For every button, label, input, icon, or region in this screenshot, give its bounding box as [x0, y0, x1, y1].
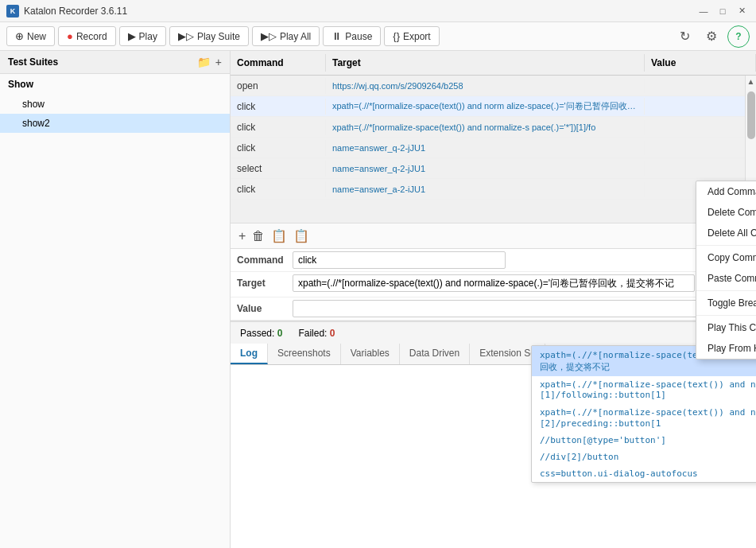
- context-delete-command-label: Delete Command: [708, 207, 756, 218]
- settings-button[interactable]: ⚙: [700, 25, 723, 48]
- context-add-command-label: Add Command: [708, 186, 756, 197]
- context-delete-all-label: Delete All Commands: [708, 227, 756, 239]
- tab-log[interactable]: Log: [231, 344, 268, 364]
- table-row[interactable]: click xpath=(.//*[normalize-space(text()…: [231, 96, 756, 117]
- cell-target: name=answer_a-2-iJU1: [326, 182, 645, 196]
- add-suite-button[interactable]: +: [215, 56, 222, 68]
- scroll-thumb[interactable]: [747, 91, 755, 139]
- maximize-button[interactable]: □: [715, 3, 731, 19]
- record-icon: ●: [67, 30, 73, 42]
- context-menu-divider-3: [696, 315, 756, 316]
- context-menu: Add Command Ctrl+I Delete Command Delete…: [696, 181, 756, 360]
- sidebar-group-show[interactable]: Show ⋮: [0, 74, 230, 95]
- failed-status: Failed: 0: [298, 328, 335, 339]
- context-paste-command[interactable]: Paste Command Ctrl+V: [696, 268, 756, 289]
- cell-target: https://wj.qq.com/s/2909264/b258: [326, 79, 645, 93]
- value-input[interactable]: [293, 300, 750, 317]
- play-all-button[interactable]: ▶▷ Play All: [252, 26, 320, 46]
- cell-command: open: [231, 78, 326, 94]
- context-add-command[interactable]: Add Command Ctrl+I: [696, 181, 756, 202]
- add-folder-button[interactable]: 📁: [197, 56, 211, 68]
- editor-value-row: Value: [231, 297, 756, 321]
- sidebar-group-label: Show: [8, 79, 33, 90]
- target-input[interactable]: [293, 274, 695, 292]
- cell-value: [645, 104, 756, 109]
- context-play-this-command[interactable]: Play This Command: [696, 317, 756, 338]
- context-toggle-breakpoint[interactable]: Toggle Breakpoint Ctrl+B: [696, 293, 756, 313]
- cell-command: select: [231, 161, 326, 177]
- autocomplete-item[interactable]: //button[@type='button']: [532, 432, 756, 449]
- failed-label: Failed:: [298, 328, 327, 339]
- tab-data-driven[interactable]: Data Driven: [400, 344, 470, 364]
- context-play-from-here[interactable]: Play From Here: [696, 338, 756, 359]
- new-button[interactable]: ⊕ New: [6, 26, 55, 46]
- app-icon: K: [6, 5, 19, 17]
- main-layout: Test Suites 📁 + Show ⋮ show show2 Comman…: [0, 51, 756, 548]
- editor-target-row: Target 🔍 ⊕: [231, 272, 756, 297]
- context-copy-command[interactable]: Copy Command Ctrl+C: [696, 247, 756, 268]
- cell-target: name=answer_q-2-jJU1: [326, 161, 645, 176]
- context-delete-all-commands[interactable]: Delete All Commands: [696, 223, 756, 243]
- window-controls: — □ ✕: [696, 3, 750, 19]
- export-button[interactable]: {} Export: [384, 26, 439, 46]
- context-play-this-label: Play This Command: [708, 322, 756, 333]
- column-header-command: Command: [231, 54, 326, 72]
- tab-variables[interactable]: Variables: [341, 344, 400, 364]
- play-suite-button[interactable]: ▶▷ Play Suite: [169, 26, 249, 46]
- table-row[interactable]: select name=answer_q-2-jJU1: [231, 158, 756, 179]
- minimize-button[interactable]: —: [696, 3, 711, 19]
- passed-label: Passed:: [240, 328, 274, 339]
- editor-command-row: Command click: [231, 249, 756, 272]
- command-input[interactable]: [293, 251, 506, 269]
- context-toggle-breakpoint-label: Toggle Breakpoint: [708, 297, 756, 309]
- export-icon: {}: [393, 30, 400, 42]
- refresh-button[interactable]: ↻: [673, 25, 696, 48]
- table-toolbar: + 🗑 📋 📋: [231, 223, 756, 249]
- sidebar-item-label: show: [22, 99, 45, 110]
- context-delete-command[interactable]: Delete Command: [696, 202, 756, 223]
- play-all-icon: ▶▷: [261, 30, 277, 42]
- delete-row-button[interactable]: 🗑: [250, 227, 266, 245]
- new-label: New: [27, 31, 46, 42]
- sidebar: Test Suites 📁 + Show ⋮ show show2: [0, 51, 231, 548]
- table-row[interactable]: open https://wj.qq.com/s/2909264/b258: [231, 76, 756, 96]
- cell-value: [645, 146, 756, 150]
- add-row-button[interactable]: +: [237, 227, 247, 245]
- table-body: open https://wj.qq.com/s/2909264/b258 cl…: [231, 76, 756, 223]
- cell-value: [645, 125, 756, 130]
- paste-row-button[interactable]: 📋: [292, 227, 311, 245]
- context-menu-divider: [696, 245, 756, 246]
- cell-value: [645, 84, 756, 88]
- table-row[interactable]: click xpath=(.//*[normalize-space(text()…: [231, 117, 756, 138]
- autocomplete-item[interactable]: xpath=(.//*[normalize-space(text()) and …: [532, 403, 756, 432]
- copy-row-button[interactable]: 📋: [269, 227, 289, 245]
- cell-target: xpath=(.//*[normalize-space(text()) and …: [326, 120, 645, 134]
- sidebar-item-show2[interactable]: show2: [0, 114, 230, 133]
- sidebar-header-icons: 📁 +: [197, 56, 222, 68]
- title-bar: K Katalon Recorder 3.6.11 — □ ✕: [0, 0, 756, 22]
- autocomplete-item[interactable]: //div[2]/button: [532, 449, 756, 465]
- sidebar-item-show[interactable]: show: [0, 95, 230, 114]
- play-button[interactable]: ▶ Play: [119, 26, 166, 46]
- column-header-target: Target: [326, 54, 645, 72]
- table-row[interactable]: click name=answer_a-2-iJU1: [231, 179, 756, 200]
- pause-button[interactable]: ⏸ Pause: [323, 26, 381, 46]
- status-bar: Passed: 0 Failed: 0: [231, 321, 756, 344]
- close-button[interactable]: ✕: [734, 3, 750, 19]
- passed-count: 0: [277, 328, 283, 339]
- autocomplete-item[interactable]: xpath=(.//*[normalize-space(text()) and …: [532, 376, 756, 403]
- context-menu-divider-2: [696, 290, 756, 291]
- scroll-up-arrow[interactable]: ▲: [746, 76, 756, 87]
- help-button[interactable]: ?: [727, 25, 750, 48]
- record-button[interactable]: ● Record: [58, 26, 116, 46]
- table-row[interactable]: click name=answer_q-2-jJU1: [231, 138, 756, 158]
- cell-value: [645, 166, 756, 171]
- context-copy-command-label: Copy Command: [708, 252, 756, 263]
- failed-count: 0: [330, 328, 335, 339]
- editor-panel: Command click Target 🔍 ⊕ Value: [231, 249, 756, 321]
- new-icon: ⊕: [15, 30, 24, 42]
- tab-screenshots[interactable]: Screenshots: [268, 344, 341, 364]
- autocomplete-item[interactable]: css=button.ui-dialog-autofocus: [532, 465, 756, 482]
- export-label: Export: [403, 31, 431, 42]
- passed-status: Passed: 0: [240, 328, 282, 339]
